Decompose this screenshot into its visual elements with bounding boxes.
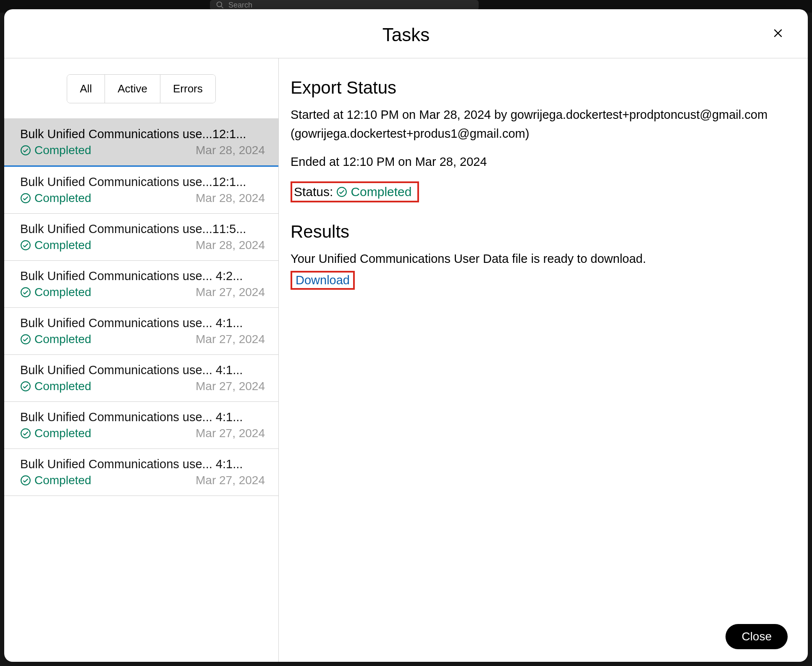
status-text: Completed xyxy=(34,333,91,346)
task-title: Bulk Unified Communications use... 4:1..… xyxy=(20,457,265,471)
svg-point-4 xyxy=(21,146,30,155)
task-date: Mar 27, 2024 xyxy=(196,474,265,487)
status-value-text: Completed xyxy=(351,185,411,199)
task-date: Mar 27, 2024 xyxy=(196,333,265,346)
status-chip: Completed xyxy=(20,191,91,205)
svg-point-11 xyxy=(21,476,30,485)
task-status-row: CompletedMar 27, 2024 xyxy=(20,427,265,440)
status-text: Completed xyxy=(34,380,91,393)
filter-all[interactable]: All xyxy=(67,75,105,103)
status-chip: Completed xyxy=(20,286,91,299)
status-text: Completed xyxy=(34,427,91,440)
task-title: Bulk Unified Communications use... 4:1..… xyxy=(20,316,265,330)
task-status-row: CompletedMar 28, 2024 xyxy=(20,191,265,205)
tasks-modal: Tasks All Active Errors Bulk Unified Com… xyxy=(4,9,808,662)
task-date: Mar 28, 2024 xyxy=(196,144,265,157)
filter-active[interactable]: Active xyxy=(105,75,160,103)
task-item[interactable]: Bulk Unified Communications use... 4:1..… xyxy=(4,402,278,449)
check-circle-icon xyxy=(20,145,31,156)
check-circle-icon xyxy=(20,381,31,392)
task-item[interactable]: Bulk Unified Communications use... 4:1..… xyxy=(4,355,278,402)
task-title: Bulk Unified Communications use... 4:1..… xyxy=(20,410,265,424)
modal-title: Tasks xyxy=(4,24,808,45)
status-text: Completed xyxy=(34,286,91,299)
task-status-row: CompletedMar 27, 2024 xyxy=(20,380,265,393)
download-link[interactable]: Download xyxy=(296,273,350,287)
svg-point-7 xyxy=(21,288,30,297)
task-status-row: CompletedMar 27, 2024 xyxy=(20,474,265,487)
check-circle-icon xyxy=(20,334,31,345)
filter-errors[interactable]: Errors xyxy=(160,75,215,103)
svg-point-9 xyxy=(21,382,30,391)
check-circle-icon xyxy=(20,428,31,439)
status-text: Completed xyxy=(34,239,91,252)
task-date: Mar 28, 2024 xyxy=(196,239,265,252)
started-at-line: Started at 12:10 PM on Mar 28, 2024 by g… xyxy=(291,105,791,143)
task-detail-pane: Export Status Started at 12:10 PM on Mar… xyxy=(279,58,808,662)
close-icon-button[interactable] xyxy=(772,27,784,39)
task-item[interactable]: Bulk Unified Communications use... 4:1..… xyxy=(4,449,278,496)
status-chip: Completed xyxy=(20,144,91,157)
task-item[interactable]: Bulk Unified Communications use...11:5..… xyxy=(4,214,278,261)
search-icon xyxy=(216,1,224,9)
status-chip: Completed xyxy=(20,239,91,252)
task-item[interactable]: Bulk Unified Communications use...12:1..… xyxy=(4,119,278,167)
task-date: Mar 27, 2024 xyxy=(196,380,265,393)
task-status-row: CompletedMar 27, 2024 xyxy=(20,286,265,299)
task-title: Bulk Unified Communications use... 4:1..… xyxy=(20,363,265,377)
status-chip: Completed xyxy=(20,427,91,440)
task-status-row: CompletedMar 28, 2024 xyxy=(20,239,265,252)
status-chip: Completed xyxy=(20,380,91,393)
check-circle-icon xyxy=(20,475,31,486)
modal-footer: Close xyxy=(726,624,788,649)
modal-body: All Active Errors Bulk Unified Communica… xyxy=(4,58,808,662)
task-title: Bulk Unified Communications use...12:1..… xyxy=(20,175,265,189)
export-status-heading: Export Status xyxy=(291,78,791,98)
download-highlight-box: Download xyxy=(291,271,355,290)
close-icon xyxy=(773,28,783,39)
status-text: Completed xyxy=(34,191,91,205)
global-search[interactable]: Search xyxy=(210,0,479,10)
status-text: Completed xyxy=(34,474,91,487)
status-value: Completed xyxy=(336,185,411,199)
modal-header: Tasks xyxy=(4,9,808,58)
task-title: Bulk Unified Communications use... 4:2..… xyxy=(20,269,265,283)
svg-point-6 xyxy=(21,241,30,250)
status-label: Status: xyxy=(294,185,333,199)
search-placeholder: Search xyxy=(228,1,252,10)
task-title: Bulk Unified Communications use...11:5..… xyxy=(20,222,265,236)
check-circle-icon xyxy=(20,193,31,204)
status-chip: Completed xyxy=(20,474,91,487)
task-item[interactable]: Bulk Unified Communications use... 4:2..… xyxy=(4,261,278,308)
ended-at-line: Ended at 12:10 PM on Mar 28, 2024 xyxy=(291,152,791,171)
close-button[interactable]: Close xyxy=(726,624,788,649)
svg-point-8 xyxy=(21,335,30,344)
task-title: Bulk Unified Communications use...12:1..… xyxy=(20,127,265,141)
task-date: Mar 27, 2024 xyxy=(196,427,265,440)
task-date: Mar 28, 2024 xyxy=(196,191,265,205)
check-circle-icon xyxy=(20,287,31,298)
task-list-pane: All Active Errors Bulk Unified Communica… xyxy=(4,58,279,662)
status-chip: Completed xyxy=(20,333,91,346)
check-circle-icon xyxy=(336,186,347,197)
results-heading: Results xyxy=(291,222,791,242)
status-highlight-box: Status: Completed xyxy=(291,181,419,202)
task-status-row: CompletedMar 28, 2024 xyxy=(20,144,265,157)
task-item[interactable]: Bulk Unified Communications use...12:1..… xyxy=(4,167,278,214)
svg-line-1 xyxy=(221,6,223,8)
svg-point-10 xyxy=(21,429,30,438)
svg-point-0 xyxy=(217,2,222,7)
svg-point-12 xyxy=(338,187,347,197)
task-date: Mar 27, 2024 xyxy=(196,286,265,299)
task-item[interactable]: Bulk Unified Communications use... 4:1..… xyxy=(4,308,278,355)
task-list[interactable]: Bulk Unified Communications use...12:1..… xyxy=(4,118,278,662)
task-status-row: CompletedMar 27, 2024 xyxy=(20,333,265,346)
status-text: Completed xyxy=(34,144,91,157)
svg-point-5 xyxy=(21,194,30,203)
filter-tabs: All Active Errors xyxy=(4,74,278,103)
check-circle-icon xyxy=(20,240,31,251)
results-text: Your Unified Communications User Data fi… xyxy=(291,249,791,268)
